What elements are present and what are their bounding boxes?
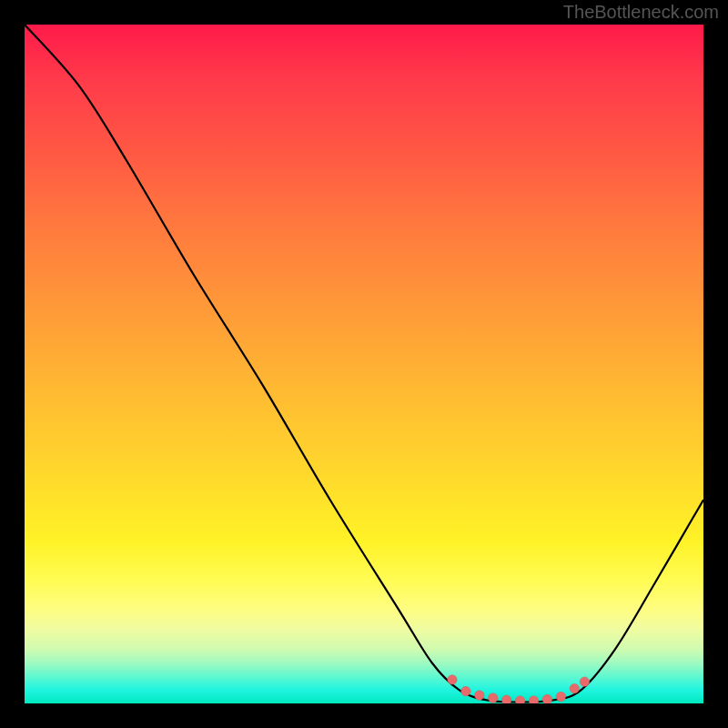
watermark-text: TheBottleneck.com — [563, 2, 719, 23]
marker-dot — [461, 686, 470, 695]
marker-group — [448, 675, 590, 703]
chart-svg — [25, 25, 703, 703]
plot-area — [25, 25, 703, 703]
marker-dot — [501, 695, 511, 703]
marker-dot — [489, 693, 498, 703]
marker-dot — [542, 694, 551, 703]
marker-dot — [580, 677, 589, 686]
marker-dot — [515, 696, 524, 703]
marker-dot — [570, 683, 579, 693]
curve-group — [25, 25, 703, 703]
marker-dot — [475, 691, 484, 700]
marker-dot — [529, 696, 538, 703]
marker-dot — [556, 692, 565, 701]
marker-dot — [448, 675, 457, 684]
main-curve — [25, 25, 703, 703]
